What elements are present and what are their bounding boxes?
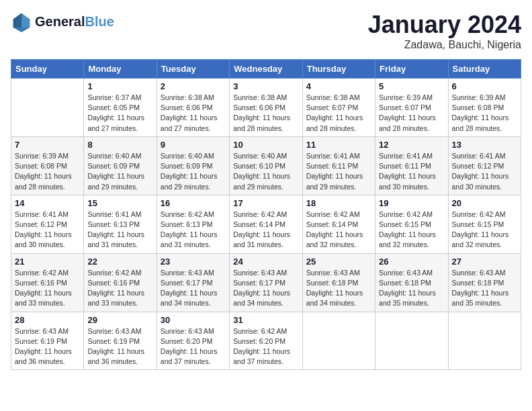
cell-content: Sunrise: 6:40 AM Sunset: 6:09 PM Dayligh…	[87, 151, 152, 192]
calendar-cell	[11, 79, 84, 137]
day-header-wednesday: Wednesday	[230, 60, 302, 79]
cell-content: Sunrise: 6:38 AM Sunset: 6:06 PM Dayligh…	[161, 93, 226, 134]
calendar-cell: 23Sunrise: 6:43 AM Sunset: 6:17 PM Dayli…	[157, 253, 229, 312]
cell-content: Sunrise: 6:42 AM Sunset: 6:16 PM Dayligh…	[15, 268, 80, 309]
calendar-cell	[302, 312, 375, 370]
calendar-cell: 26Sunrise: 6:43 AM Sunset: 6:18 PM Dayli…	[375, 253, 448, 312]
day-header-thursday: Thursday	[302, 60, 375, 79]
calendar-cell: 4Sunrise: 6:38 AM Sunset: 6:07 PM Daylig…	[302, 79, 375, 137]
calendar-cell: 27Sunrise: 6:43 AM Sunset: 6:18 PM Dayli…	[448, 253, 521, 312]
cell-content: Sunrise: 6:43 AM Sunset: 6:20 PM Dayligh…	[161, 326, 226, 367]
calendar-cell: 2Sunrise: 6:38 AM Sunset: 6:06 PM Daylig…	[157, 79, 229, 137]
calendar-cell: 28Sunrise: 6:43 AM Sunset: 6:19 PM Dayli…	[11, 312, 84, 370]
location: Zadawa, Bauchi, Nigeria	[368, 39, 521, 51]
calendar-cell: 9Sunrise: 6:40 AM Sunset: 6:09 PM Daylig…	[157, 136, 229, 195]
calendar-cell: 17Sunrise: 6:42 AM Sunset: 6:14 PM Dayli…	[230, 195, 302, 253]
cell-content: Sunrise: 6:41 AM Sunset: 6:12 PM Dayligh…	[452, 151, 517, 192]
calendar-cell: 15Sunrise: 6:41 AM Sunset: 6:13 PM Dayli…	[84, 195, 157, 253]
calendar-week-4: 21Sunrise: 6:42 AM Sunset: 6:16 PM Dayli…	[11, 253, 521, 312]
calendar-cell	[448, 312, 521, 370]
day-number: 6	[452, 81, 517, 91]
day-number: 11	[306, 140, 371, 150]
day-number: 21	[15, 257, 80, 267]
cell-content: Sunrise: 6:39 AM Sunset: 6:07 PM Dayligh…	[379, 93, 444, 134]
day-number: 23	[161, 257, 226, 267]
day-header-monday: Monday	[84, 60, 157, 79]
logo-icon	[11, 11, 32, 32]
day-number: 18	[306, 198, 371, 208]
calendar-cell: 14Sunrise: 6:41 AM Sunset: 6:12 PM Dayli…	[11, 195, 84, 253]
cell-content: Sunrise: 6:43 AM Sunset: 6:18 PM Dayligh…	[306, 268, 371, 309]
cell-content: Sunrise: 6:43 AM Sunset: 6:18 PM Dayligh…	[379, 268, 444, 309]
day-number: 19	[379, 198, 444, 208]
title-block: January 2024 Zadawa, Bauchi, Nigeria	[368, 11, 521, 51]
calendar-cell: 6Sunrise: 6:39 AM Sunset: 6:08 PM Daylig…	[448, 79, 521, 137]
calendar-cell: 20Sunrise: 6:42 AM Sunset: 6:15 PM Dayli…	[448, 195, 521, 253]
cell-content: Sunrise: 6:43 AM Sunset: 6:19 PM Dayligh…	[15, 326, 80, 367]
day-number: 15	[87, 198, 152, 208]
logo: GeneralBlue	[11, 11, 114, 32]
day-number: 25	[306, 257, 371, 267]
cell-content: Sunrise: 6:43 AM Sunset: 6:18 PM Dayligh…	[452, 268, 517, 309]
day-number: 22	[87, 257, 152, 267]
day-number: 31	[233, 315, 298, 325]
month-title: January 2024	[368, 11, 521, 39]
day-number: 13	[452, 140, 517, 150]
day-number: 4	[306, 81, 371, 91]
day-number: 12	[379, 140, 444, 150]
calendar-cell: 30Sunrise: 6:43 AM Sunset: 6:20 PM Dayli…	[157, 312, 229, 370]
cell-content: Sunrise: 6:43 AM Sunset: 6:19 PM Dayligh…	[87, 326, 152, 367]
cell-content: Sunrise: 6:37 AM Sunset: 6:05 PM Dayligh…	[87, 93, 152, 134]
day-number: 14	[15, 198, 80, 208]
cell-content: Sunrise: 6:42 AM Sunset: 6:20 PM Dayligh…	[233, 326, 298, 367]
cell-content: Sunrise: 6:42 AM Sunset: 6:14 PM Dayligh…	[306, 210, 371, 250]
calendar-header-row: SundayMondayTuesdayWednesdayThursdayFrid…	[11, 60, 521, 79]
calendar-cell	[375, 312, 448, 370]
day-number: 7	[15, 140, 80, 150]
calendar-cell: 21Sunrise: 6:42 AM Sunset: 6:16 PM Dayli…	[11, 253, 84, 312]
cell-content: Sunrise: 6:41 AM Sunset: 6:12 PM Dayligh…	[15, 210, 80, 250]
calendar-cell: 5Sunrise: 6:39 AM Sunset: 6:07 PM Daylig…	[375, 79, 448, 137]
calendar-cell: 31Sunrise: 6:42 AM Sunset: 6:20 PM Dayli…	[230, 312, 302, 370]
calendar-cell: 7Sunrise: 6:39 AM Sunset: 6:08 PM Daylig…	[11, 136, 84, 195]
day-number: 17	[233, 198, 298, 208]
calendar-table: SundayMondayTuesdayWednesdayThursdayFrid…	[11, 59, 521, 370]
cell-content: Sunrise: 6:38 AM Sunset: 6:06 PM Dayligh…	[233, 93, 298, 134]
cell-content: Sunrise: 6:41 AM Sunset: 6:13 PM Dayligh…	[87, 210, 152, 250]
day-number: 2	[161, 81, 226, 91]
logo-text: GeneralBlue	[35, 14, 114, 29]
cell-content: Sunrise: 6:41 AM Sunset: 6:11 PM Dayligh…	[379, 151, 444, 192]
cell-content: Sunrise: 6:38 AM Sunset: 6:07 PM Dayligh…	[306, 93, 371, 134]
day-number: 24	[233, 257, 298, 267]
cell-content: Sunrise: 6:39 AM Sunset: 6:08 PM Dayligh…	[15, 151, 80, 192]
cell-content: Sunrise: 6:43 AM Sunset: 6:17 PM Dayligh…	[161, 268, 226, 309]
calendar-cell: 13Sunrise: 6:41 AM Sunset: 6:12 PM Dayli…	[448, 136, 521, 195]
calendar-cell: 11Sunrise: 6:41 AM Sunset: 6:11 PM Dayli…	[302, 136, 375, 195]
calendar-week-1: 1Sunrise: 6:37 AM Sunset: 6:05 PM Daylig…	[11, 79, 521, 137]
calendar-cell: 18Sunrise: 6:42 AM Sunset: 6:14 PM Dayli…	[302, 195, 375, 253]
calendar-week-3: 14Sunrise: 6:41 AM Sunset: 6:12 PM Dayli…	[11, 195, 521, 253]
cell-content: Sunrise: 6:40 AM Sunset: 6:10 PM Dayligh…	[233, 151, 298, 192]
day-number: 20	[452, 198, 517, 208]
cell-content: Sunrise: 6:42 AM Sunset: 6:15 PM Dayligh…	[379, 210, 444, 250]
day-number: 29	[87, 315, 152, 325]
day-number: 3	[233, 81, 298, 91]
day-header-tuesday: Tuesday	[157, 60, 229, 79]
calendar-week-2: 7Sunrise: 6:39 AM Sunset: 6:08 PM Daylig…	[11, 136, 521, 195]
cell-content: Sunrise: 6:42 AM Sunset: 6:13 PM Dayligh…	[161, 210, 226, 250]
calendar-cell: 3Sunrise: 6:38 AM Sunset: 6:06 PM Daylig…	[230, 79, 302, 137]
day-number: 8	[87, 140, 152, 150]
day-number: 27	[452, 257, 517, 267]
calendar-cell: 12Sunrise: 6:41 AM Sunset: 6:11 PM Dayli…	[375, 136, 448, 195]
day-header-sunday: Sunday	[11, 60, 84, 79]
day-number: 30	[161, 315, 226, 325]
day-number: 5	[379, 81, 444, 91]
calendar-cell: 8Sunrise: 6:40 AM Sunset: 6:09 PM Daylig…	[84, 136, 157, 195]
calendar-cell: 25Sunrise: 6:43 AM Sunset: 6:18 PM Dayli…	[302, 253, 375, 312]
page-header: GeneralBlue January 2024 Zadawa, Bauchi,…	[11, 11, 521, 51]
day-header-friday: Friday	[375, 60, 448, 79]
day-number: 26	[379, 257, 444, 267]
calendar-cell: 1Sunrise: 6:37 AM Sunset: 6:05 PM Daylig…	[84, 79, 157, 137]
calendar-cell: 24Sunrise: 6:43 AM Sunset: 6:17 PM Dayli…	[230, 253, 302, 312]
cell-content: Sunrise: 6:42 AM Sunset: 6:15 PM Dayligh…	[452, 210, 517, 250]
